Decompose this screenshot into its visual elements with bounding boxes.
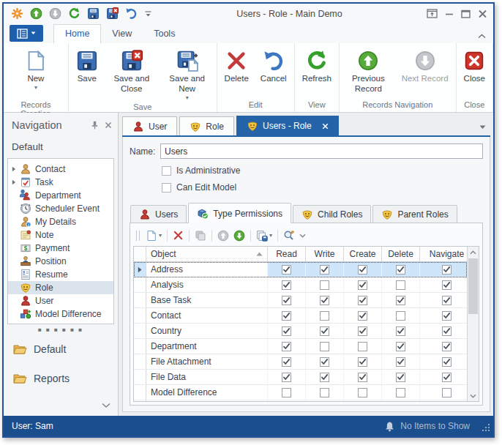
create-checkbox[interactable] xyxy=(358,265,367,275)
read-checkbox[interactable] xyxy=(282,326,291,336)
find-edit-button[interactable] xyxy=(281,228,297,244)
grid-row-model-difference[interactable]: Model Difference xyxy=(134,385,467,400)
nav-item-resume[interactable]: Resume xyxy=(8,268,113,281)
grid-column-navigate[interactable]: Navigate xyxy=(420,247,474,261)
delete-checkbox[interactable] xyxy=(396,342,405,351)
full-screen-button[interactable] xyxy=(427,9,438,18)
grid-row-file-attachment[interactable]: File Attachment xyxy=(134,354,467,370)
move-up-button[interactable] xyxy=(215,228,231,244)
close-window-button[interactable] xyxy=(478,10,487,18)
is-administrative-checkbox[interactable] xyxy=(162,166,171,176)
new-permission-button[interactable]: ▾ xyxy=(143,228,164,244)
nav-item-department[interactable]: Department xyxy=(8,189,113,202)
write-checkbox[interactable] xyxy=(320,265,329,275)
create-checkbox[interactable] xyxy=(358,280,367,290)
name-input[interactable] xyxy=(160,143,483,159)
scrollbar-thumb[interactable] xyxy=(468,258,478,314)
nav-item-user[interactable]: User xyxy=(8,294,113,307)
close-navigation-icon[interactable] xyxy=(105,122,112,129)
document-tab-users---role[interactable]: Users - Role xyxy=(236,116,339,135)
navigate-checkbox[interactable] xyxy=(442,311,452,321)
tab-list-caret-icon[interactable] xyxy=(479,125,486,130)
read-checkbox[interactable] xyxy=(282,265,291,275)
grid-row-file-data[interactable]: File Data xyxy=(134,370,467,385)
grid-column-read[interactable]: Read xyxy=(268,247,306,261)
ribbon-tab-view[interactable]: View xyxy=(101,25,143,43)
grid-row-base-task[interactable]: Base Task xyxy=(134,293,467,308)
save-and-close-quick-icon[interactable] xyxy=(106,7,119,20)
nav-item-my-details[interactable]: i My Details xyxy=(8,215,113,228)
save-button[interactable]: Save xyxy=(70,47,104,86)
save-quick-icon[interactable] xyxy=(87,7,100,20)
maximize-button[interactable] xyxy=(461,10,471,18)
create-checkbox[interactable] xyxy=(358,357,367,367)
nav-folder-reports[interactable]: Reports xyxy=(4,364,118,393)
refresh-quick-icon[interactable] xyxy=(68,7,80,20)
create-checkbox[interactable] xyxy=(358,311,367,321)
create-checkbox[interactable] xyxy=(358,296,367,305)
grid-column-write[interactable]: Write xyxy=(306,247,344,261)
previous-record-quick-icon[interactable] xyxy=(30,7,42,20)
resize-grip[interactable] xyxy=(482,424,490,432)
navigate-checkbox[interactable] xyxy=(442,326,452,336)
nav-item-contact[interactable]: Contact xyxy=(8,163,113,176)
delete-checkbox[interactable] xyxy=(396,388,405,397)
object-cell[interactable]: Model Difference Aspect xyxy=(146,400,268,401)
close-button[interactable]: Close xyxy=(458,47,491,86)
grid-row-address[interactable]: Address xyxy=(134,262,467,277)
detail-tab-child-roles[interactable]: Child Roles xyxy=(293,205,371,223)
object-cell[interactable]: Base Task xyxy=(146,293,268,307)
object-cell[interactable]: Contact xyxy=(146,308,268,323)
object-cell[interactable]: Model Difference xyxy=(146,385,268,400)
grid-vertical-scrollbar[interactable] xyxy=(467,247,479,401)
create-checkbox[interactable] xyxy=(358,373,367,382)
move-down-button[interactable] xyxy=(231,228,247,244)
link-permission-button[interactable] xyxy=(192,228,209,244)
save-and-close-button[interactable]: Save and Close xyxy=(104,47,160,96)
write-checkbox[interactable] xyxy=(320,388,329,397)
navigate-checkbox[interactable] xyxy=(442,296,452,305)
delete-checkbox[interactable] xyxy=(396,311,405,321)
grid-column-delete[interactable]: Delete xyxy=(382,247,420,261)
close-tab-icon[interactable] xyxy=(322,123,329,130)
next-record-button[interactable]: Next Record xyxy=(396,47,454,86)
delete-checkbox[interactable] xyxy=(396,357,405,367)
minimize-button[interactable] xyxy=(445,10,454,18)
read-checkbox[interactable] xyxy=(282,373,291,382)
bell-icon[interactable] xyxy=(384,421,395,432)
undo-quick-icon[interactable] xyxy=(125,7,138,20)
navigate-checkbox[interactable] xyxy=(442,373,452,382)
nav-item-note[interactable]: Note xyxy=(8,228,113,242)
delete-button[interactable]: Delete xyxy=(219,47,255,86)
save-and-new-button[interactable]: Save and New ▾ xyxy=(160,47,215,102)
pin-icon[interactable] xyxy=(91,121,99,130)
previous-record-button[interactable]: Previous Record xyxy=(341,47,396,96)
navigation-splitter[interactable]: ■ ■ ■ ■ ■ ■ xyxy=(4,324,118,335)
detail-tab-users[interactable]: Users xyxy=(130,205,187,223)
scroll-down-icon[interactable] xyxy=(468,390,479,401)
more-options-button[interactable] xyxy=(297,228,308,244)
create-checkbox[interactable] xyxy=(358,326,367,336)
app-gear-icon[interactable] xyxy=(11,7,23,20)
navigate-checkbox[interactable] xyxy=(442,280,452,290)
ribbon-tab-tools[interactable]: Tools xyxy=(143,25,186,43)
refresh-button[interactable]: Refresh xyxy=(296,47,337,86)
nav-item-payment[interactable]: $ Payment xyxy=(8,242,113,255)
nav-item-position[interactable]: Position xyxy=(8,255,113,268)
write-checkbox[interactable] xyxy=(320,357,329,367)
read-checkbox[interactable] xyxy=(282,357,291,367)
object-cell[interactable]: File Attachment xyxy=(146,354,268,369)
read-checkbox[interactable] xyxy=(282,388,291,397)
write-checkbox[interactable] xyxy=(320,296,329,305)
ribbon-collapse-chevron-icon[interactable] xyxy=(478,34,486,39)
write-checkbox[interactable] xyxy=(320,373,329,382)
cancel-button[interactable]: Cancel xyxy=(255,47,293,86)
navigate-checkbox[interactable] xyxy=(442,357,452,367)
nav-item-role[interactable]: Role xyxy=(8,281,113,294)
object-cell[interactable]: File Data xyxy=(146,370,268,384)
expand-icon[interactable] xyxy=(12,166,16,172)
ribbon-tab-home[interactable]: Home xyxy=(53,24,101,43)
read-checkbox[interactable] xyxy=(282,280,291,290)
delete-permission-button[interactable] xyxy=(171,228,186,244)
object-cell[interactable]: Address xyxy=(146,262,268,277)
